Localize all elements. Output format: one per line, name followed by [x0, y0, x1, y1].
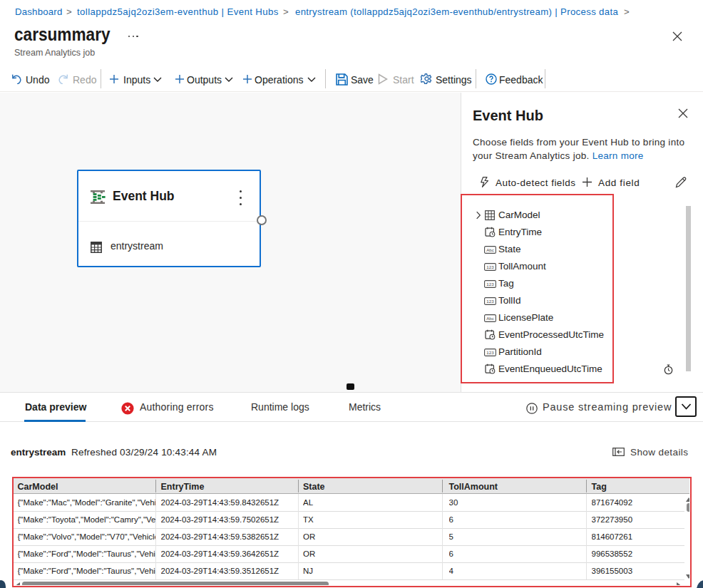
svg-text:123: 123 — [486, 282, 494, 287]
svg-text:Abc: Abc — [486, 247, 494, 252]
svg-text:123: 123 — [486, 299, 494, 304]
svg-text:123: 123 — [486, 264, 494, 269]
svg-text:123: 123 — [486, 350, 494, 355]
svg-text:Abc: Abc — [486, 316, 494, 321]
